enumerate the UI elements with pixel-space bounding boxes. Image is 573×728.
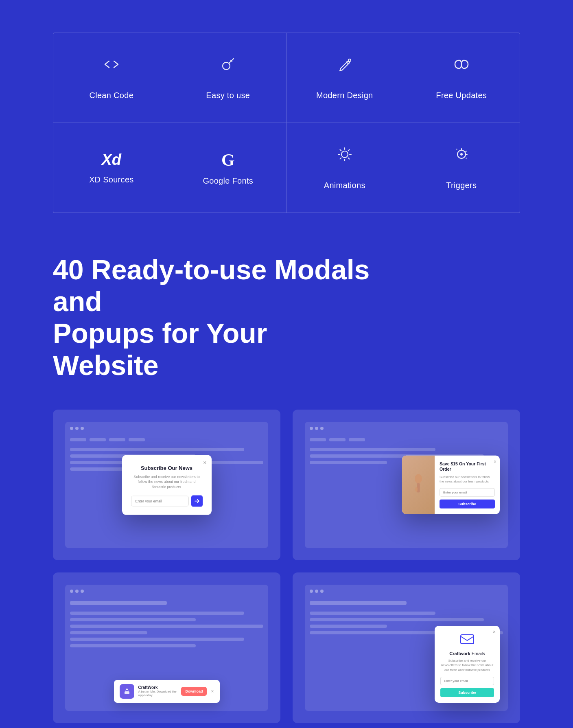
browser-dots-3	[70, 590, 263, 593]
subscribe-send-button[interactable]	[191, 495, 203, 507]
save-modal-close-button[interactable]: ×	[494, 458, 496, 464]
save-modal-body: Save $15 On Your First Order Subscribe o…	[402, 455, 500, 514]
preview-card-email: × Craftwork Emails Subscribe and receive…	[293, 572, 520, 723]
save-modal-email-input[interactable]	[440, 488, 495, 497]
mock-browser-4: × Craftwork Emails Subscribe and receive…	[305, 585, 508, 711]
subscribe-email-input[interactable]	[131, 496, 189, 506]
feature-google-fonts: G Google Fonts	[170, 123, 287, 213]
mock-line	[70, 638, 244, 641]
mock-nav-item	[349, 438, 365, 441]
modal-close-button[interactable]: ×	[203, 459, 206, 465]
app-name: CraftWork	[138, 685, 177, 690]
dot	[75, 427, 79, 430]
trigger-icon	[453, 145, 470, 173]
candy-icon	[219, 55, 237, 83]
feature-free-updates: Free Updates	[403, 33, 520, 123]
mock-nav-1	[70, 438, 263, 441]
feature-label-triggers: Triggers	[446, 181, 477, 190]
email-icon	[440, 633, 494, 649]
svg-point-15	[460, 153, 463, 156]
save-modal-content: Save $15 On Your First Order Subscribe o…	[435, 455, 500, 514]
mock-nav-item	[129, 438, 145, 441]
app-icon	[120, 684, 134, 699]
infinity-icon	[453, 55, 470, 83]
mock-line	[310, 625, 387, 628]
feature-easy-to-use: Easy to use	[170, 33, 287, 123]
email-modal-close-button[interactable]: ×	[493, 629, 496, 635]
mock-line	[70, 618, 196, 621]
dot	[81, 427, 84, 430]
email-modal: × Craftwork Emails Subscribe and receive…	[435, 626, 500, 703]
mock-line	[70, 644, 196, 647]
email-modal-brand: Craftwork Emails	[440, 651, 494, 656]
dot	[315, 590, 318, 593]
svg-line-11	[348, 158, 349, 159]
feature-animations: Animations	[286, 123, 403, 213]
mock-nav-2	[310, 438, 503, 441]
feature-label-clean-code: Clean Code	[89, 91, 133, 100]
mock-browser-2: × Save $15 On Your First Order Subscribe	[305, 422, 508, 548]
save-modal: × Save $15 On Your First Order Subscribe	[402, 455, 500, 514]
dot	[320, 590, 324, 593]
mock-line	[310, 461, 387, 464]
subscribe-modal-subtitle: Subscribe and receive our newsletters to…	[131, 474, 203, 489]
feature-label-modern-design: Modern Design	[316, 91, 373, 100]
mock-line	[310, 618, 484, 621]
section-heading: 40 Ready-to-use Modals and Popups for Yo…	[53, 254, 370, 381]
svg-line-3	[346, 62, 348, 64]
email-modal-input[interactable]	[440, 677, 494, 685]
save-modal-text: Subscribe our newsletters to follow the …	[440, 475, 495, 484]
feature-label-free-updates: Free Updates	[436, 91, 487, 100]
feature-label-google-fonts: Google Fonts	[203, 176, 253, 186]
app-download-button[interactable]: Download	[181, 687, 207, 696]
mock-nav-item	[329, 438, 346, 441]
feature-xd-sources: Xd XD Sources	[53, 123, 170, 213]
subscribe-modal-input-row	[131, 495, 203, 507]
dot	[75, 590, 79, 593]
feature-label-xd-sources: XD Sources	[89, 175, 134, 184]
svg-point-20	[466, 158, 467, 159]
code-icon	[103, 55, 120, 83]
email-modal-subscribe-button[interactable]: Subscribe	[440, 688, 494, 697]
mock-header-bar	[310, 601, 407, 605]
dot	[315, 427, 318, 430]
svg-point-19	[456, 149, 457, 150]
app-download-banner: CraftWork A better Me. Download the app …	[114, 680, 220, 703]
email-modal-text: Subscribe and receive our newsletters to…	[440, 658, 494, 672]
dot	[70, 590, 73, 593]
mock-line	[70, 448, 244, 451]
dot	[320, 427, 324, 430]
dot	[310, 427, 313, 430]
mock-content-lines-3	[70, 612, 263, 647]
svg-point-23	[415, 487, 418, 492]
svg-point-21	[415, 474, 422, 484]
preview-card-app: CraftWork A better Me. Download the app …	[53, 572, 280, 723]
dot	[70, 427, 73, 430]
svg-rect-24	[125, 691, 129, 694]
svg-line-10	[340, 150, 341, 151]
subscribe-modal-title: Subscribe Our News	[131, 465, 203, 471]
svg-line-12	[348, 150, 349, 151]
dot	[81, 590, 84, 593]
pen-icon	[336, 55, 354, 83]
mock-browser-3: CraftWork A better Me. Download the app …	[65, 585, 268, 711]
save-modal-subscribe-button[interactable]: Subscribe	[440, 500, 495, 509]
app-desc: A better Me. Download the app today.	[138, 690, 177, 697]
mock-line	[70, 612, 244, 615]
page-wrapper: Clean Code Easy to use Modern Design	[0, 0, 573, 728]
svg-line-17	[465, 151, 466, 152]
dot	[310, 590, 313, 593]
svg-point-5	[341, 151, 348, 158]
xd-icon: Xd	[101, 151, 121, 169]
animation-icon	[336, 145, 354, 173]
mock-page-content-3	[70, 598, 263, 651]
google-g-icon: G	[221, 150, 235, 170]
feature-label-easy-to-use: Easy to use	[206, 91, 250, 100]
svg-point-4	[348, 59, 351, 61]
mock-nav-item	[310, 438, 326, 441]
mock-line	[70, 631, 147, 634]
app-banner-close-button[interactable]: ×	[211, 689, 214, 694]
features-grid: Clean Code Easy to use Modern Design	[53, 33, 520, 213]
mock-header-bar	[70, 601, 167, 605]
feature-triggers: Triggers	[403, 123, 520, 213]
